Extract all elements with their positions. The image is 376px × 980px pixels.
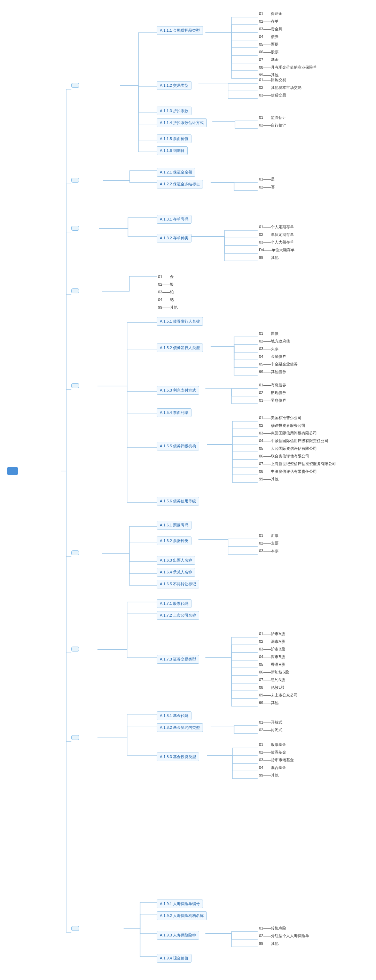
- l2-node-A161: A.1.6.1 票据号码: [157, 521, 192, 530]
- l2-node-A153: A.1.5.3 利息支付方式: [157, 386, 199, 395]
- l3-A182-02: 02——封闭式: [258, 727, 284, 733]
- l2-node-A154: A.1.5.4 票面利率: [157, 408, 192, 417]
- l1-node-A1_5: [71, 383, 79, 388]
- l3-A153-02: 02——贴现债券: [258, 390, 287, 396]
- l3-A114-01: 01——监管估计: [258, 114, 287, 121]
- l3-A111-05: 05——票据: [258, 41, 280, 48]
- l2-node-A172: A.1.7.2 上市公司名称: [157, 611, 199, 620]
- l3-A173-01: 01——沪市A股: [258, 631, 287, 637]
- l2-node-A151: A.1.5.1 债券发行人名称: [157, 317, 203, 326]
- l3-A173-09: 09——未上市公众公司: [258, 692, 299, 698]
- l3-A183-02: 02——债券基金: [258, 749, 287, 756]
- l3-A14-01: 01——金: [157, 274, 175, 280]
- l1-node-A1_8: [71, 735, 79, 740]
- l3-A155-07: 07——上海新世纪资信评估投资服务有限公司: [258, 461, 337, 467]
- l3-A111-07: 07——基金: [258, 56, 280, 63]
- l3-A155-05: 05——大公国际资信评估有限公司: [258, 445, 318, 452]
- l2-node-A132: A.1.3.2 存单种类: [157, 234, 192, 242]
- l1-node-A1_6: [71, 550, 79, 555]
- l1-node-A1_3: [71, 226, 79, 231]
- l2-node-A183: A.1.8.3 基金投资类型: [157, 752, 199, 761]
- l3-A122-01: 01——是: [258, 176, 276, 183]
- l3-A152-02: 02——地方政府债: [258, 338, 291, 345]
- l2-node-A121: A.1.2.1 保证金余额: [157, 168, 195, 177]
- l3-A173-04: 04——深市B股: [258, 654, 287, 660]
- l3-A152-03: 03——央票: [258, 345, 280, 352]
- l2-node-A171: A.1.7.1 股票代码: [157, 599, 192, 608]
- l2-node-A156: A.1.5.6 债券信用等级: [157, 497, 199, 506]
- l2-node-A116: A.1.1.6 到期日: [157, 146, 188, 155]
- l3-A152-04: 04——金融债券: [258, 353, 287, 360]
- l2-node-A194: A.1.9.4 现金价值: [157, 954, 192, 963]
- l3-A14-04: 04——钯: [157, 296, 175, 303]
- l3-A122-02: 02——否: [258, 184, 276, 191]
- l2-node-A163: A.1.6.3 出票人名称: [157, 556, 195, 565]
- l2-node-A113: A.1.1.3 折扣系数: [157, 107, 192, 115]
- l1-node-A1_1: [71, 83, 79, 88]
- l3-A155-08: 08——中澳资信评估有限责任公司: [258, 468, 318, 475]
- l2-node-A122: A.1.2.2 保证金冻结标志: [157, 180, 203, 188]
- l3-A183-04: 04——混合基金: [258, 764, 287, 771]
- l3-A173-07: 07——纽约N股: [258, 676, 287, 683]
- l3-A155-99: 99——其他: [258, 476, 280, 482]
- root-node: [7, 467, 18, 475]
- l3-A132-D4: D4——单位大额存单: [258, 247, 296, 253]
- l1-node-A1_9: [71, 926, 79, 931]
- l3-A152-05: 05——非金融企业债券: [258, 361, 299, 368]
- l3-A112-01: 01——回购交易: [258, 76, 287, 83]
- l3-A112-03: 03——信贷交易: [258, 92, 287, 99]
- l2-node-A112: A.1.1.2 交易类型: [157, 81, 192, 90]
- l2-node-A193: A.1.9.3 人寿保险险种: [157, 931, 199, 940]
- l3-A152-99: 99——其他债券: [258, 369, 287, 375]
- l2-node-A191: A.1.9.1 人寿保险单编号: [157, 899, 203, 908]
- l3-A132-01: 01——个人定期存单: [258, 224, 295, 230]
- l3-A182-01: 01——开放式: [258, 719, 284, 726]
- l3-A14-02: 02——银: [157, 281, 175, 288]
- l3-A193-01: 01——传统寿险: [258, 925, 287, 932]
- l3-A155-06: 06——联合资信评估有限公司: [258, 453, 311, 460]
- l3-A132-03: 03——个人大额存单: [258, 239, 295, 246]
- l3-A155-03: 03——惠誉国际信用评级有限公司: [258, 430, 318, 436]
- l2-node-A192: A.1.9.2 人寿保险机构名称: [157, 912, 207, 920]
- l3-A132-02: 02——单位定期存单: [258, 231, 295, 238]
- l3-A111-06: 06——股票: [258, 49, 280, 56]
- l3-A153-03: 03——零息债券: [258, 397, 287, 404]
- l3-A14-99: 99——其他: [157, 304, 179, 311]
- l2-node-A165: A.1.6.5 不得转让标记: [157, 580, 199, 589]
- l3-A193-02: 02——分红型个人人寿保险单: [258, 932, 311, 939]
- l3-A173-02: 02——深市A股: [258, 638, 287, 645]
- l3-A183-01: 01——股票基金: [258, 741, 287, 748]
- l3-A173-05: 05——香港H股: [258, 661, 287, 668]
- l1-node-A1_7: [71, 647, 79, 651]
- l3-A112-02: 02——其他资本市场交易: [258, 84, 303, 91]
- l3-A173-99: 99——其他: [258, 700, 280, 706]
- l2-node-A173: A.1.7.3 证券交易类型: [157, 655, 199, 664]
- l3-A132-99: 99——其他: [258, 254, 280, 261]
- l3-A155-01: 01——美国标准普尔公司: [258, 415, 303, 421]
- l3-A152-01: 01——国债: [258, 330, 280, 337]
- l3-A162-03: 03——本票: [258, 548, 280, 554]
- l3-A155-02: 02——穆迪投资者服务公司: [258, 422, 307, 429]
- l2-node-A164: A.1.6.4 承兑人名称: [157, 568, 195, 577]
- l2-node-A181: A.1.8.1 基金代码: [157, 711, 192, 720]
- l3-A162-02: 02——支票: [258, 540, 280, 547]
- l3-A111-08: 08——具有现金价值的商业保险单: [258, 64, 318, 71]
- l2-node-A155: A.1.5.5 债券评级机构: [157, 442, 199, 450]
- l3-A111-03: 03——贵金属: [258, 26, 284, 32]
- l3-A193-99: 99——其他: [258, 940, 280, 947]
- l2-node-A182: A.1.8.2 基金契约的类型: [157, 723, 203, 732]
- l3-A173-06: 06——新加坡S股: [258, 669, 290, 676]
- l3-A173-03: 03——沪市B股: [258, 646, 287, 652]
- l2-node-A114: A.1.1.4 折扣系数估计方式: [157, 118, 207, 127]
- l2-node-A152: A.1.5.2 债券发行人类型: [157, 344, 203, 352]
- l3-A155-04: 04——中诚信国际信用评级有限责任公司: [258, 438, 330, 444]
- l2-node-A162: A.1.6.2 票据种类: [157, 536, 192, 545]
- l2-node-A131: A.1.3.1 存单号码: [157, 215, 192, 224]
- l3-A111-01: 01——保证金: [258, 10, 284, 17]
- l2-node-A115: A.1.1.5 票面价值: [157, 134, 192, 143]
- l3-A173-08: 08——伦敦L股: [258, 684, 286, 691]
- l3-A111-02: 02——存单: [258, 18, 280, 25]
- l3-A183-03: 03——货币市场基金: [258, 757, 295, 763]
- l3-A153-01: 01——有息债券: [258, 382, 287, 388]
- l1-node-A1_4: [71, 288, 79, 293]
